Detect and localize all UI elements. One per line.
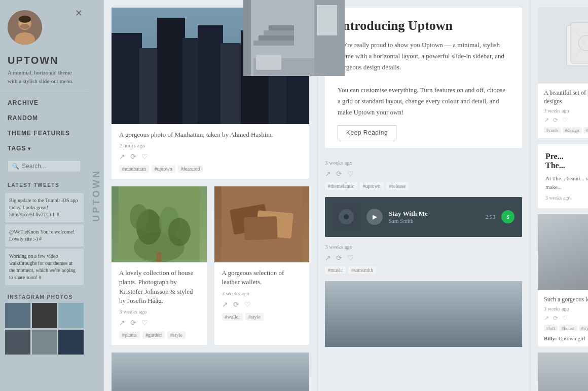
- card-body: A gorgeous photo of Manhattan, taken by …: [112, 124, 309, 179]
- instagram-thumb[interactable]: [58, 303, 84, 328]
- tweet-text: Big update to the Tumblr iOS app today. …: [9, 198, 78, 217]
- like-icon[interactable]: ♡: [347, 170, 354, 178]
- music-info: Stay With Me Sam Smith: [389, 210, 479, 224]
- music-actions: ↗ ⟳ ♡: [325, 254, 522, 262]
- sidebar-item-tags[interactable]: TAGS ▾: [0, 141, 89, 156]
- loft-card: 0:30 Such a gorgeous loft space. 3 weeks…: [538, 214, 588, 346]
- share-icon[interactable]: ↗: [222, 300, 228, 309]
- card-caption: A beautiful set of playing card designs.: [544, 89, 588, 106]
- reblog-icon[interactable]: ⟳: [233, 300, 239, 309]
- music-title: Stay With Me: [389, 210, 479, 218]
- tag[interactable]: #release: [386, 182, 409, 190]
- card-time: 3 weeks ago: [544, 108, 588, 113]
- keep-reading-button[interactable]: Keep Reading: [338, 125, 396, 140]
- reblog-icon[interactable]: ⟳: [336, 170, 342, 178]
- play-button[interactable]: ▶: [366, 209, 383, 225]
- card-tags: #loft #house #style: [544, 325, 588, 331]
- card-body: A gorgeous selection of leather wallets.…: [214, 262, 310, 326]
- sidebar-item-theme-features[interactable]: THEME FEATURES: [0, 126, 89, 141]
- card-body: A lovely collection of house plants. Pho…: [112, 262, 207, 345]
- reblog-icon[interactable]: ⟳: [130, 319, 136, 327]
- share-icon[interactable]: ↗: [544, 315, 549, 322]
- tweet-text: @WeTieKnots You're welcome! Lovely site …: [9, 229, 75, 242]
- search-icon: 🔍: [12, 163, 19, 170]
- tag[interactable]: #plants: [119, 331, 140, 339]
- sidebar-item-archive[interactable]: ARCHIVE: [0, 95, 89, 110]
- bottom-card: A beau... Bridge...: [538, 353, 588, 391]
- tag[interactable]: #art: [583, 127, 589, 133]
- city-card: [112, 353, 309, 391]
- instagram-thumb[interactable]: [32, 330, 57, 355]
- preview-time: 3 weeks ago: [545, 195, 588, 201]
- like-icon[interactable]: ♡: [141, 319, 148, 327]
- plants-card: A lovely collection of house plants. Pho…: [112, 186, 207, 345]
- tag[interactable]: #house: [559, 325, 577, 331]
- instagram-thumb[interactable]: [5, 303, 30, 328]
- card-body: A beautiful set of playing card designs.…: [538, 84, 588, 138]
- city-image: [112, 353, 309, 391]
- card-caption: A lovely collection of house plants. Pho…: [119, 268, 199, 305]
- instagram-thumb[interactable]: [5, 330, 30, 355]
- tag[interactable]: #samsmith: [348, 266, 376, 274]
- tag[interactable]: #style: [579, 325, 589, 331]
- svg-point-19: [344, 214, 349, 219]
- spotify-button[interactable]: S: [501, 210, 514, 223]
- like-icon[interactable]: ♡: [562, 315, 568, 322]
- two-col-grid: A lovely collection of house plants. Pho…: [112, 186, 309, 345]
- instagram-thumb[interactable]: [58, 330, 84, 355]
- tag[interactable]: #loft: [544, 325, 558, 331]
- like-icon[interactable]: ♡: [562, 116, 568, 124]
- tag[interactable]: #wallet: [222, 313, 243, 321]
- attribution-name: Billy:: [544, 335, 557, 341]
- reblog-icon[interactable]: ⟳: [130, 152, 136, 161]
- vertical-site-label: UPTOWN: [91, 169, 102, 222]
- tag[interactable]: #themelantic: [325, 182, 357, 190]
- tag[interactable]: #music: [325, 266, 346, 274]
- tag[interactable]: #featured: [178, 165, 203, 173]
- card-body: Such a gorgeous loft space. 3 weeks ago …: [538, 290, 588, 346]
- tweet-item: @WeTieKnots You're welcome! Lovely site …: [5, 224, 84, 247]
- tag[interactable]: #garden: [142, 331, 165, 339]
- instagram-thumb[interactable]: [32, 303, 57, 328]
- like-icon[interactable]: ♡: [141, 152, 148, 161]
- music-time-ago: 3 weeks ago: [325, 244, 522, 250]
- tag[interactable]: #manhattan: [119, 165, 149, 173]
- preview-panel: Pre...The... At The... beauti... story i…: [538, 144, 588, 208]
- card-actions: ↗ ⟳ ♡: [119, 152, 302, 161]
- share-icon[interactable]: ↗: [544, 116, 549, 124]
- card-tags: #manhattan #uptown #featured: [119, 165, 302, 173]
- share-icon[interactable]: ↗: [325, 254, 331, 262]
- search-input[interactable]: [22, 163, 77, 170]
- card-actions: ↗ ⟳ ♡: [544, 116, 588, 124]
- tag[interactable]: #style: [245, 313, 264, 321]
- card-tags: #plants #garden #style: [119, 331, 199, 339]
- tweet-item: Working on a few video walkthroughs for …: [5, 249, 84, 285]
- blog-time: 3 weeks ago: [325, 160, 522, 166]
- city-image2: [325, 281, 522, 347]
- svg-rect-12: [157, 252, 162, 262]
- card-actions: ↗ ⟳ ♡: [544, 315, 588, 322]
- like-icon[interactable]: ♡: [244, 300, 251, 309]
- share-icon[interactable]: ↗: [325, 170, 331, 178]
- svg-rect-16: [244, 216, 278, 240]
- share-icon[interactable]: ↗: [119, 319, 125, 327]
- sidebar-item-random[interactable]: RANDOM: [0, 110, 89, 126]
- wallets-card: A gorgeous selection of leather wallets.…: [214, 186, 310, 345]
- right-column: A beautiful set of playing card designs.…: [530, 0, 588, 391]
- tag[interactable]: #uptown: [360, 182, 384, 190]
- latest-tweets-label: LATEST TWEETS: [0, 176, 89, 191]
- tag[interactable]: #style: [167, 331, 186, 339]
- blog-meta: 3 weeks ago ↗ ⟳ ♡ #themelantic #uptown #…: [325, 155, 522, 192]
- reblog-icon[interactable]: ⟳: [553, 315, 558, 322]
- chevron-down-icon: ▾: [28, 146, 31, 151]
- instagram-label: INSTAGRAM PHOTOS: [0, 287, 89, 303]
- like-icon[interactable]: ♡: [347, 254, 354, 262]
- card-time: 3 weeks ago: [544, 306, 588, 311]
- tag[interactable]: #cards: [544, 127, 561, 133]
- tag[interactable]: #design: [563, 127, 582, 133]
- reblog-icon[interactable]: ⟳: [336, 254, 342, 262]
- share-icon[interactable]: ↗: [119, 152, 125, 161]
- reblog-icon[interactable]: ⟳: [553, 116, 558, 124]
- music-card: ▶ Stay With Me Sam Smith 2:53 S: [325, 197, 522, 237]
- tag[interactable]: #uptown: [152, 165, 175, 173]
